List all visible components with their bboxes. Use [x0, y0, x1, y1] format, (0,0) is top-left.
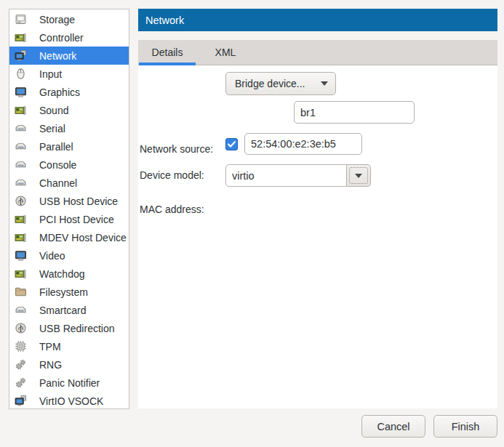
sidebar-item-input[interactable]: Input [9, 65, 129, 83]
sidebar-item-watchdog[interactable]: Watchdog [9, 265, 129, 283]
sidebar-item-label: Console [39, 159, 76, 171]
sidebar-item-label: Graphics [39, 86, 80, 98]
hardware-type-list: StorageControllerNetworkInputGraphicsSou… [9, 9, 129, 409]
sidebar-item-storage[interactable]: Storage [9, 10, 129, 28]
sidebar-item-console[interactable]: Console [9, 156, 129, 174]
card-icon [14, 213, 27, 225]
sidebar-item-usb-redirection[interactable]: USB Redirection [9, 319, 129, 337]
sidebar-item-graphics[interactable]: Graphics [9, 83, 129, 101]
sidebar-item-network[interactable]: Network [9, 47, 129, 65]
tab-details[interactable]: Details [138, 40, 196, 65]
details-pane: Network source: Bridge device... Device … [138, 65, 497, 408]
page-title: Network [145, 15, 184, 26]
port-icon [14, 177, 27, 189]
port-icon [14, 140, 27, 153]
sidebar-item-smartcard[interactable]: Smartcard [9, 301, 129, 319]
folder-icon [14, 286, 27, 298]
card-icon [14, 104, 27, 116]
sidebar-item-label: USB Host Device [39, 196, 118, 207]
sidebar-item-label: Panic Notifier [39, 377, 100, 389]
sidebar-item-label: Controller [39, 32, 84, 44]
sidebar-item-label: Network [39, 50, 76, 62]
card-icon [14, 267, 27, 280]
sidebar-item-label: Smartcard [39, 305, 87, 316]
sidebar-item-sound[interactable]: Sound [9, 101, 129, 119]
sidebar-item-label: MDEV Host Device [39, 232, 127, 243]
sidebar-item-channel[interactable]: Channel [9, 174, 129, 192]
cancel-button[interactable]: Cancel [361, 415, 425, 438]
focus-outline [349, 167, 368, 184]
tab-xml[interactable]: XML [196, 40, 255, 65]
sidebar-item-label: TPM [39, 341, 61, 353]
sidebar-item-label: PCI Host Device [39, 214, 114, 225]
sidebar-item-label: Sound [39, 105, 68, 116]
sidebar-item-mdev-host-device[interactable]: MDEV Host Device [9, 228, 129, 246]
device-model-dropdown-button[interactable] [347, 164, 371, 187]
mac-address-label: MAC address: [140, 204, 204, 215]
mouse-icon [14, 68, 27, 80]
drive-icon [14, 13, 27, 25]
sidebar-item-label: VirtIO VSOCK [39, 395, 103, 407]
sidebar-item-label: Channel [39, 177, 77, 189]
card-icon [14, 31, 27, 44]
mac-address-checkbox[interactable] [225, 138, 238, 150]
sidebar-item-label: Serial [39, 123, 65, 134]
sidebar-item-pci-host-device[interactable]: PCI Host Device [9, 210, 129, 228]
sidebar-item-label: Filesystem [39, 286, 88, 298]
usb-icon [14, 322, 27, 334]
tab-xml-label: XML [215, 47, 236, 58]
network-source-label: Network source: [140, 143, 213, 155]
port-icon [14, 304, 27, 316]
sidebar-item-label: Storage [39, 14, 75, 25]
display-icon [14, 249, 27, 262]
checkmark-icon [228, 141, 236, 148]
sidebar-item-panic-notifier[interactable]: Panic Notifier [9, 374, 129, 392]
device-model-label: Device model: [140, 169, 204, 181]
gears-icon [14, 358, 27, 371]
computer-icon [14, 49, 27, 62]
sidebar-item-label: USB Redirection [39, 323, 115, 334]
sidebar-item-filesystem[interactable]: Filesystem [9, 283, 129, 301]
port-icon [14, 158, 27, 171]
port-icon [14, 122, 27, 134]
usb-icon [14, 195, 27, 207]
card-icon [14, 231, 27, 243]
device-model-input[interactable] [225, 164, 347, 187]
add-hardware-dialog: StorageControllerNetworkInputGraphicsSou… [0, 0, 504, 447]
sidebar-item-serial[interactable]: Serial [9, 119, 129, 137]
gears-icon [14, 376, 27, 389]
page-title-bar: Network [138, 9, 497, 31]
sidebar-item-virtio-vsock[interactable]: VirtIO VSOCK [9, 392, 129, 409]
sidebar-item-tpm[interactable]: TPM [9, 337, 129, 355]
device-name-input[interactable] [294, 101, 415, 124]
sidebar-item-rng[interactable]: RNG [9, 355, 129, 374]
display-icon [14, 86, 27, 98]
chevron-down-icon [321, 81, 328, 86]
tab-details-label: Details [152, 47, 183, 58]
sidebar-item-video[interactable]: Video [9, 246, 129, 265]
chip-icon [14, 340, 27, 353]
network-source-value: Bridge device... [235, 78, 305, 89]
sidebar-item-controller[interactable]: Controller [9, 28, 129, 47]
sidebar-item-label: Input [39, 68, 62, 80]
finish-button[interactable]: Finish [433, 415, 497, 438]
sidebar-item-label: Watchdog [39, 268, 85, 280]
sidebar-item-usb-host-device[interactable]: USB Host Device [9, 192, 129, 210]
sidebar-item-label: Video [39, 250, 65, 262]
sidebar-item-label: Parallel [39, 141, 73, 153]
sidebar-item-label: RNG [39, 359, 62, 371]
computer-icon [14, 395, 27, 407]
tabbar: Details XML [138, 40, 497, 65]
sidebar-item-parallel[interactable]: Parallel [9, 137, 129, 156]
network-source-dropdown[interactable]: Bridge device... [225, 72, 336, 95]
mac-address-input[interactable] [244, 133, 362, 155]
